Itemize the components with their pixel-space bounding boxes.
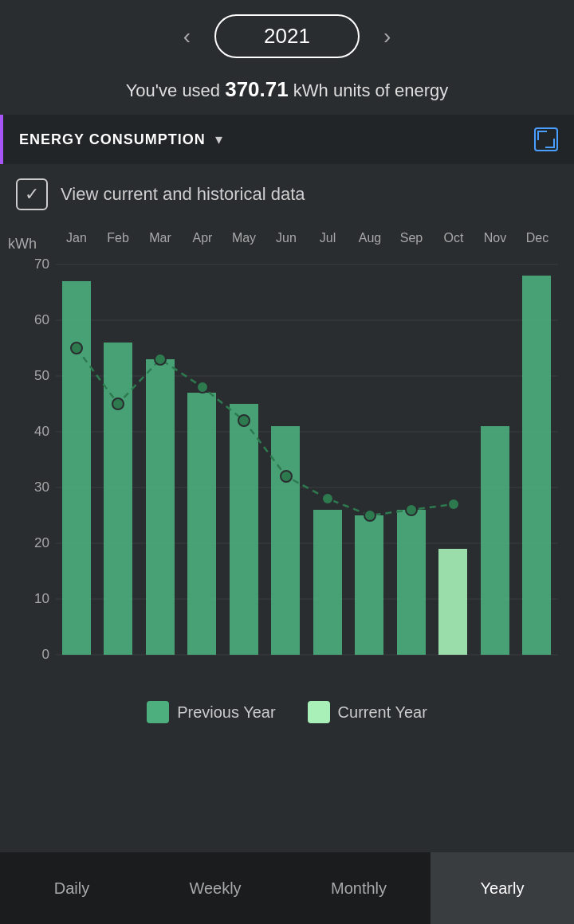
svg-text:Apr: Apr: [193, 231, 214, 245]
tab-weekly[interactable]: Weekly: [144, 852, 287, 924]
energy-chart: kWh 70 60 50 40 30 20 10 0 Jan Feb Mar: [8, 225, 566, 687]
svg-text:70: 70: [34, 256, 49, 272]
chevron-down-icon: ▾: [215, 131, 222, 148]
svg-rect-38: [481, 426, 509, 655]
top-nav: ‹ 2021 ›: [0, 0, 574, 72]
svg-rect-30: [104, 343, 132, 655]
svg-rect-33: [230, 404, 258, 655]
svg-point-44: [197, 382, 208, 393]
svg-rect-40: [438, 549, 467, 655]
svg-rect-34: [271, 426, 300, 655]
svg-rect-39: [522, 276, 551, 655]
checkbox-row[interactable]: ✓ View current and historical data: [0, 164, 574, 225]
svg-rect-37: [397, 510, 426, 655]
svg-text:10: 10: [34, 591, 49, 606]
svg-rect-36: [355, 515, 383, 655]
curr-year-swatch: [308, 701, 330, 723]
svg-text:0: 0: [42, 647, 49, 662]
svg-text:May: May: [232, 231, 256, 245]
svg-text:Jun: Jun: [276, 231, 297, 245]
svg-point-46: [281, 471, 292, 482]
svg-point-47: [322, 493, 333, 504]
prev-year-swatch: [147, 701, 169, 723]
svg-rect-35: [313, 510, 342, 655]
curr-year-label: Current Year: [338, 703, 427, 722]
svg-text:Feb: Feb: [107, 231, 129, 245]
chart-area: kWh 70 60 50 40 30 20 10 0 Jan Feb Mar: [8, 225, 566, 687]
svg-text:40: 40: [34, 424, 49, 439]
year-display[interactable]: 2021: [214, 14, 360, 58]
prev-year-button[interactable]: ‹: [175, 24, 199, 49]
svg-point-41: [71, 343, 82, 354]
section-header[interactable]: ENERGY CONSUMPTION ▾: [0, 115, 574, 164]
svg-text:Dec: Dec: [526, 231, 548, 245]
svg-point-43: [155, 354, 166, 365]
chart-legend: Previous Year Current Year: [8, 687, 566, 731]
chart-container: kWh 70 60 50 40 30 20 10 0 Jan Feb Mar: [0, 225, 574, 739]
svg-text:Oct: Oct: [444, 231, 464, 245]
svg-point-42: [112, 398, 124, 409]
tab-monthly[interactable]: Monthly: [287, 852, 431, 924]
svg-rect-29: [62, 281, 91, 655]
checkbox-label: View current and historical data: [61, 184, 305, 205]
svg-text:20: 20: [34, 535, 49, 550]
svg-text:30: 30: [34, 480, 49, 495]
svg-point-50: [448, 499, 459, 510]
legend-curr-year: Current Year: [308, 701, 427, 723]
svg-point-49: [406, 504, 417, 515]
svg-rect-31: [146, 359, 175, 655]
tab-yearly[interactable]: Yearly: [431, 852, 574, 924]
bottom-tabs: Daily Weekly Monthly Yearly: [0, 852, 574, 924]
svg-text:Jul: Jul: [320, 231, 336, 245]
next-year-button[interactable]: ›: [375, 24, 399, 49]
svg-text:Aug: Aug: [359, 231, 381, 245]
svg-text:Jan: Jan: [66, 231, 87, 245]
checkbox[interactable]: ✓: [16, 178, 48, 210]
svg-text:Sep: Sep: [400, 231, 423, 245]
svg-text:60: 60: [34, 312, 49, 327]
svg-rect-32: [187, 393, 216, 655]
energy-statement: You've used 370.71 kWh units of energy: [0, 72, 574, 115]
checkmark-icon: ✓: [25, 184, 39, 205]
section-title: ENERGY CONSUMPTION: [19, 131, 206, 148]
svg-text:kWh: kWh: [8, 236, 37, 252]
svg-text:Mar: Mar: [149, 231, 171, 245]
svg-text:Nov: Nov: [484, 231, 506, 245]
prev-year-label: Previous Year: [177, 703, 275, 722]
legend-prev-year: Previous Year: [147, 701, 275, 723]
svg-point-45: [238, 415, 250, 426]
svg-point-48: [364, 510, 375, 521]
expand-icon[interactable]: [534, 127, 558, 151]
svg-text:50: 50: [34, 368, 49, 383]
tab-daily[interactable]: Daily: [0, 852, 144, 924]
